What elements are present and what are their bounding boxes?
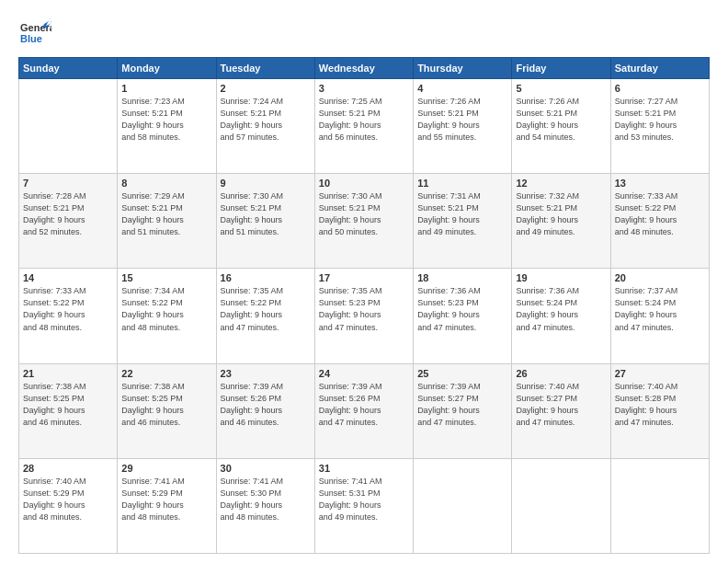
day-number: 27 [615, 368, 705, 379]
calendar-week-3: 14Sunrise: 7:33 AMSunset: 5:22 PMDayligh… [19, 269, 710, 363]
day-info: Sunrise: 7:40 AMSunset: 5:29 PMDaylight:… [23, 476, 113, 523]
day-number: 16 [221, 272, 311, 283]
day-info: Sunrise: 7:26 AMSunset: 5:21 PMDaylight:… [516, 96, 606, 144]
weekday-header-saturday: Saturday [610, 58, 709, 79]
calendar-cell: 21Sunrise: 7:38 AMSunset: 5:25 PMDayligh… [19, 363, 118, 458]
calendar-cell: 27Sunrise: 7:40 AMSunset: 5:28 PMDayligh… [610, 363, 709, 458]
calendar-table: SundayMondayTuesdayWednesdayThursdayFrid… [18, 57, 710, 554]
calendar-cell: 24Sunrise: 7:39 AMSunset: 5:26 PMDayligh… [314, 363, 413, 458]
svg-text:Blue: Blue [20, 33, 42, 44]
calendar-cell: 16Sunrise: 7:35 AMSunset: 5:22 PMDayligh… [216, 269, 314, 363]
day-number: 15 [121, 272, 211, 283]
day-info: Sunrise: 7:24 AMSunset: 5:21 PMDaylight:… [221, 96, 311, 144]
day-number: 4 [417, 83, 507, 94]
day-number: 25 [417, 368, 507, 379]
day-number: 28 [23, 463, 113, 474]
day-info: Sunrise: 7:39 AMSunset: 5:26 PMDaylight:… [221, 381, 311, 429]
day-info: Sunrise: 7:38 AMSunset: 5:25 PMDaylight:… [121, 381, 211, 429]
day-number: 17 [319, 272, 409, 283]
calendar-cell: 15Sunrise: 7:34 AMSunset: 5:22 PMDayligh… [118, 269, 216, 363]
day-info: Sunrise: 7:35 AMSunset: 5:22 PMDaylight:… [221, 285, 311, 333]
day-info: Sunrise: 7:41 AMSunset: 5:31 PMDaylight:… [319, 476, 409, 523]
calendar-cell: 2Sunrise: 7:24 AMSunset: 5:21 PMDaylight… [216, 79, 314, 174]
weekday-header-tuesday: Tuesday [216, 58, 314, 79]
day-number: 24 [319, 368, 409, 379]
day-number: 26 [516, 368, 606, 379]
day-info: Sunrise: 7:29 AMSunset: 5:21 PMDaylight:… [121, 190, 211, 238]
day-number: 8 [121, 178, 211, 189]
day-number: 2 [221, 83, 311, 94]
calendar-cell: 22Sunrise: 7:38 AMSunset: 5:25 PMDayligh… [118, 363, 216, 458]
calendar-cell: 4Sunrise: 7:26 AMSunset: 5:21 PMDaylight… [414, 79, 512, 174]
day-info: Sunrise: 7:39 AMSunset: 5:26 PMDaylight:… [319, 381, 409, 429]
day-info: Sunrise: 7:40 AMSunset: 5:27 PMDaylight:… [516, 381, 606, 429]
calendar-cell: 31Sunrise: 7:41 AMSunset: 5:31 PMDayligh… [314, 458, 413, 553]
day-number: 13 [615, 178, 705, 189]
calendar-cell: 30Sunrise: 7:41 AMSunset: 5:30 PMDayligh… [216, 458, 314, 553]
calendar-cell: 8Sunrise: 7:29 AMSunset: 5:21 PMDaylight… [118, 174, 216, 269]
day-info: Sunrise: 7:35 AMSunset: 5:23 PMDaylight:… [319, 285, 409, 333]
day-info: Sunrise: 7:38 AMSunset: 5:25 PMDaylight:… [23, 381, 113, 429]
day-number: 12 [516, 178, 606, 189]
calendar-cell: 7Sunrise: 7:28 AMSunset: 5:21 PMDaylight… [19, 174, 118, 269]
calendar-cell: 5Sunrise: 7:26 AMSunset: 5:21 PMDaylight… [512, 79, 610, 174]
logo-icon: General Blue [18, 17, 51, 50]
calendar-cell: 6Sunrise: 7:27 AMSunset: 5:21 PMDaylight… [610, 79, 709, 174]
day-number: 10 [319, 178, 409, 189]
weekday-header-friday: Friday [512, 58, 610, 79]
calendar-week-2: 7Sunrise: 7:28 AMSunset: 5:21 PMDaylight… [19, 174, 710, 269]
page: General Blue SundayMondayTuesdayWednesda… [0, 0, 728, 563]
calendar-cell: 3Sunrise: 7:25 AMSunset: 5:21 PMDaylight… [314, 79, 413, 174]
day-info: Sunrise: 7:32 AMSunset: 5:21 PMDaylight:… [516, 190, 606, 238]
day-info: Sunrise: 7:36 AMSunset: 5:24 PMDaylight:… [516, 285, 606, 333]
day-info: Sunrise: 7:36 AMSunset: 5:23 PMDaylight:… [417, 285, 507, 333]
day-number: 19 [516, 272, 606, 283]
header: General Blue [18, 17, 710, 50]
calendar-cell: 9Sunrise: 7:30 AMSunset: 5:21 PMDaylight… [216, 174, 314, 269]
day-info: Sunrise: 7:31 AMSunset: 5:21 PMDaylight:… [417, 190, 507, 238]
day-number: 21 [23, 368, 113, 379]
calendar-cell [414, 458, 512, 553]
day-info: Sunrise: 7:28 AMSunset: 5:21 PMDaylight:… [23, 190, 113, 238]
weekday-header-thursday: Thursday [414, 58, 512, 79]
day-info: Sunrise: 7:30 AMSunset: 5:21 PMDaylight:… [221, 190, 311, 238]
day-info: Sunrise: 7:41 AMSunset: 5:30 PMDaylight:… [221, 476, 311, 523]
day-number: 6 [615, 83, 705, 94]
calendar-cell: 20Sunrise: 7:37 AMSunset: 5:24 PMDayligh… [610, 269, 709, 363]
calendar-week-4: 21Sunrise: 7:38 AMSunset: 5:25 PMDayligh… [19, 363, 710, 458]
calendar-cell: 10Sunrise: 7:30 AMSunset: 5:21 PMDayligh… [314, 174, 413, 269]
day-number: 1 [121, 83, 211, 94]
day-info: Sunrise: 7:37 AMSunset: 5:24 PMDaylight:… [615, 285, 705, 333]
day-info: Sunrise: 7:26 AMSunset: 5:21 PMDaylight:… [417, 96, 507, 144]
calendar-cell: 17Sunrise: 7:35 AMSunset: 5:23 PMDayligh… [314, 269, 413, 363]
day-number: 3 [319, 83, 409, 94]
day-info: Sunrise: 7:27 AMSunset: 5:21 PMDaylight:… [615, 96, 705, 144]
calendar-cell: 29Sunrise: 7:41 AMSunset: 5:29 PMDayligh… [118, 458, 216, 553]
weekday-header-wednesday: Wednesday [314, 58, 413, 79]
calendar-cell: 12Sunrise: 7:32 AMSunset: 5:21 PMDayligh… [512, 174, 610, 269]
day-info: Sunrise: 7:39 AMSunset: 5:27 PMDaylight:… [417, 381, 507, 429]
day-info: Sunrise: 7:33 AMSunset: 5:22 PMDaylight:… [615, 190, 705, 238]
calendar-cell: 11Sunrise: 7:31 AMSunset: 5:21 PMDayligh… [414, 174, 512, 269]
day-info: Sunrise: 7:23 AMSunset: 5:21 PMDaylight:… [121, 96, 211, 144]
day-info: Sunrise: 7:33 AMSunset: 5:22 PMDaylight:… [23, 285, 113, 333]
calendar-cell: 13Sunrise: 7:33 AMSunset: 5:22 PMDayligh… [610, 174, 709, 269]
day-info: Sunrise: 7:25 AMSunset: 5:21 PMDaylight:… [319, 96, 409, 144]
day-number: 22 [121, 368, 211, 379]
weekday-header-sunday: Sunday [19, 58, 118, 79]
day-number: 30 [221, 463, 311, 474]
day-number: 29 [121, 463, 211, 474]
day-number: 9 [221, 178, 311, 189]
calendar-cell: 23Sunrise: 7:39 AMSunset: 5:26 PMDayligh… [216, 363, 314, 458]
weekday-header-row: SundayMondayTuesdayWednesdayThursdayFrid… [19, 58, 710, 79]
calendar-cell: 26Sunrise: 7:40 AMSunset: 5:27 PMDayligh… [512, 363, 610, 458]
calendar-cell [610, 458, 709, 553]
day-number: 23 [221, 368, 311, 379]
calendar-cell: 1Sunrise: 7:23 AMSunset: 5:21 PMDaylight… [118, 79, 216, 174]
calendar-cell: 28Sunrise: 7:40 AMSunset: 5:29 PMDayligh… [19, 458, 118, 553]
day-info: Sunrise: 7:40 AMSunset: 5:28 PMDaylight:… [615, 381, 705, 429]
day-number: 7 [23, 178, 113, 189]
calendar-cell: 25Sunrise: 7:39 AMSunset: 5:27 PMDayligh… [414, 363, 512, 458]
calendar-cell: 19Sunrise: 7:36 AMSunset: 5:24 PMDayligh… [512, 269, 610, 363]
day-number: 20 [615, 272, 705, 283]
